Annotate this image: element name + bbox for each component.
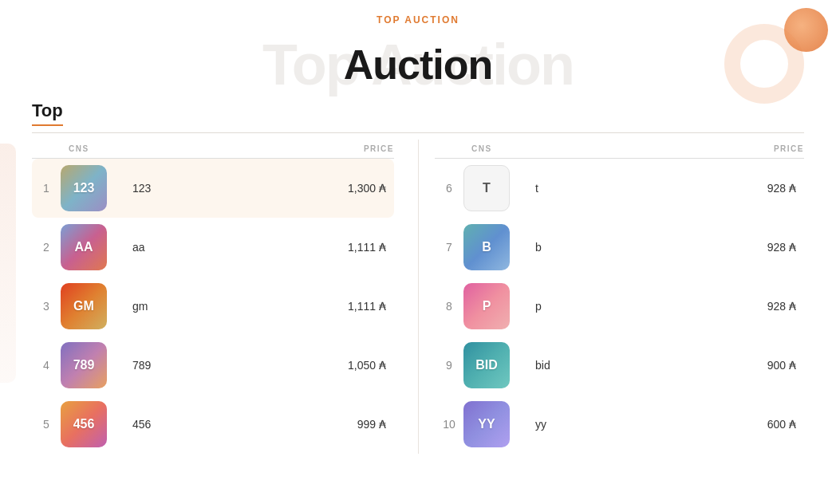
row-avatar: 456 <box>61 401 107 447</box>
page: TOP AUCTION Top Auction Auction Top CNS … <box>0 0 836 454</box>
row-avatar: B <box>463 224 510 270</box>
table-row[interactable]: 10YYyy600 ₳ <box>435 395 804 454</box>
row-cns: 789 <box>124 359 322 372</box>
row-rank: 3 <box>32 300 61 313</box>
row-cns: aa <box>124 241 322 254</box>
title-area: Top Auction Auction <box>0 29 836 100</box>
section-divider <box>32 132 804 133</box>
right-cns-header: CNS <box>463 144 527 153</box>
row-cns: bid <box>527 359 732 372</box>
row-price: 1,300 ₳ <box>322 182 394 195</box>
table-row[interactable]: 2AAaa1,111 ₳ <box>32 218 394 277</box>
row-cns: p <box>527 300 732 313</box>
row-price: 928 ₳ <box>732 300 804 313</box>
row-cns: 456 <box>124 418 322 431</box>
right-col-headers: CNS PRICE <box>435 140 804 156</box>
left-table-panel: CNS PRICE 11231231,300 ₳2AAaa1,111 ₳3GMg… <box>32 140 418 454</box>
header-label: TOP AUCTION <box>0 14 836 26</box>
row-rank: 9 <box>435 359 463 372</box>
row-avatar: 123 <box>61 165 107 211</box>
table-row[interactable]: 6Tt928 ₳ <box>435 159 804 218</box>
row-cns: yy <box>527 418 732 431</box>
table-row[interactable]: 7Bb928 ₳ <box>435 218 804 277</box>
left-cns-header: CNS <box>61 144 124 153</box>
row-rank: 10 <box>435 418 463 431</box>
right-price-header: PRICE <box>732 144 804 153</box>
left-col-headers: CNS PRICE <box>32 140 394 156</box>
row-rank: 8 <box>435 300 463 313</box>
row-price: 1,111 ₳ <box>322 300 394 313</box>
row-cns: b <box>527 241 732 254</box>
row-rank: 7 <box>435 241 463 254</box>
row-avatar: BID <box>463 342 510 388</box>
row-avatar: YY <box>463 401 510 447</box>
row-rank: 6 <box>435 182 463 195</box>
row-price: 928 ₳ <box>732 182 804 195</box>
right-rows: 6Tt928 ₳7Bb928 ₳8Pp928 ₳9BIDbid900 ₳10YY… <box>435 159 804 454</box>
row-price: 1,111 ₳ <box>322 241 394 254</box>
table-row[interactable]: 47897891,050 ₳ <box>32 336 394 395</box>
row-avatar: GM <box>61 283 107 329</box>
table-row[interactable]: 11231231,300 ₳ <box>32 159 394 218</box>
row-price: 900 ₳ <box>732 359 804 372</box>
row-cns: 123 <box>124 182 322 195</box>
row-rank: 5 <box>32 418 61 431</box>
row-cns: t <box>527 182 732 195</box>
row-price: 928 ₳ <box>732 241 804 254</box>
row-avatar: 789 <box>61 342 107 388</box>
left-price-header: PRICE <box>322 144 394 153</box>
table-row[interactable]: 3GMgm1,111 ₳ <box>32 277 394 336</box>
row-rank: 4 <box>32 359 61 372</box>
table-row[interactable]: 8Pp928 ₳ <box>435 277 804 336</box>
table-row[interactable]: 9BIDbid900 ₳ <box>435 336 804 395</box>
row-avatar: T <box>463 165 510 211</box>
row-avatar: P <box>463 283 510 329</box>
row-avatar: AA <box>61 224 107 270</box>
title-main: Auction <box>344 41 493 89</box>
row-price: 600 ₳ <box>732 418 804 431</box>
table-row[interactable]: 5456456999 ₳ <box>32 395 394 454</box>
row-price: 999 ₳ <box>322 418 394 431</box>
row-price: 1,050 ₳ <box>322 359 394 372</box>
row-cns: gm <box>124 300 322 313</box>
row-rank: 2 <box>32 241 61 254</box>
right-table-panel: CNS PRICE 6Tt928 ₳7Bb928 ₳8Pp928 ₳9BIDbi… <box>418 140 804 454</box>
left-rows: 11231231,300 ₳2AAaa1,111 ₳3GMgm1,111 ₳47… <box>32 159 394 454</box>
row-rank: 1 <box>32 182 61 195</box>
header: TOP AUCTION <box>0 0 836 26</box>
section-heading: Top <box>32 100 804 132</box>
section-title: Top <box>32 100 63 126</box>
content-grid: CNS PRICE 11231231,300 ₳2AAaa1,111 ₳3GMg… <box>32 140 804 454</box>
